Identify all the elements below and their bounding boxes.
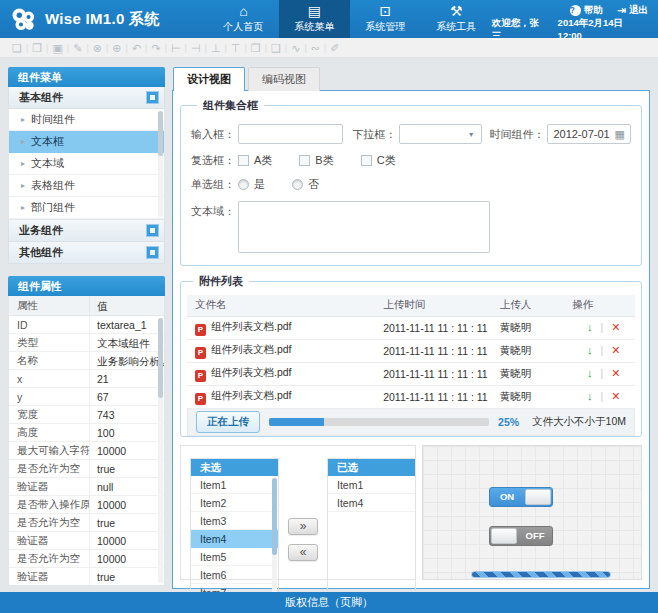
- edit-icon[interactable]: ✎: [69, 39, 86, 57]
- textarea-field[interactable]: [238, 201, 490, 253]
- export-doc-icon[interactable]: ❐: [247, 39, 265, 57]
- undo-icon[interactable]: ↶: [128, 39, 145, 57]
- list-item[interactable]: Item1: [191, 476, 278, 494]
- list-item[interactable]: Item5: [191, 548, 278, 566]
- date-value: 2012-07-01: [553, 128, 609, 140]
- open-folder-icon[interactable]: ❒: [28, 39, 46, 57]
- align-right-icon[interactable]: ⊣: [187, 39, 205, 57]
- move-right-button[interactable]: »: [288, 518, 318, 535]
- new-file-icon[interactable]: ❏: [8, 39, 26, 57]
- attachment-row: P组件列表文档.pdf2011-11-11 11 : 11 : 11黄晓明↓|✕: [187, 316, 635, 339]
- nav-system-tools[interactable]: ⚒系统工具: [421, 0, 492, 38]
- file-name: 组件列表文档.pdf: [211, 366, 292, 378]
- textarea-label: 文本域：: [191, 204, 235, 219]
- tab-code-view[interactable]: 编码视图: [248, 67, 320, 91]
- pencil-icon[interactable]: ✐: [326, 39, 343, 57]
- publish-globe-icon[interactable]: ⊕: [108, 39, 125, 57]
- uploader: 黄晓明: [492, 339, 573, 362]
- radio-icon: [238, 179, 249, 190]
- expand-icon[interactable]: [146, 246, 159, 259]
- property-row: 高度100: [9, 424, 164, 442]
- move-left-button[interactable]: «: [288, 544, 318, 561]
- component-item[interactable]: ▸文本域: [9, 153, 164, 175]
- uploading-button[interactable]: 正在上传: [196, 411, 260, 433]
- component-item[interactable]: ▸文本框: [9, 131, 164, 153]
- download-icon[interactable]: ↓: [587, 367, 593, 379]
- view-tabs: 设计视图编码视图: [172, 67, 650, 91]
- delete-icon[interactable]: ✕: [611, 321, 620, 333]
- redo-icon[interactable]: ↷: [147, 39, 164, 57]
- align-left-icon[interactable]: ⊢: [167, 39, 185, 57]
- property-row: 验证器null: [9, 478, 164, 496]
- tab-design-view[interactable]: 设计视图: [173, 67, 245, 91]
- save-icon[interactable]: ▣: [48, 39, 66, 57]
- accordion-header-1[interactable]: 业务组件: [8, 220, 165, 242]
- checkbox-icon: [238, 155, 249, 166]
- component-item[interactable]: ▸部门组件: [9, 197, 164, 219]
- collapse-icon[interactable]: [146, 91, 159, 104]
- property-name: 是否允许为空: [9, 516, 89, 530]
- date-picker[interactable]: 2012-07-01 ▦: [547, 124, 631, 144]
- delete-trash-icon[interactable]: ⊗: [89, 39, 106, 57]
- pdf-icon: P: [195, 347, 206, 359]
- nav-system-menu[interactable]: ▤系统菜单: [279, 0, 350, 38]
- delete-icon[interactable]: ✕: [611, 367, 620, 379]
- list-item[interactable]: Item4: [328, 494, 415, 512]
- accordion-header-0[interactable]: 基本组件: [8, 87, 165, 109]
- property-row: 是否允许为空10000: [9, 550, 164, 568]
- expand-icon[interactable]: [146, 224, 159, 237]
- upload-time: 2011-11-11 11 : 11 : 11: [375, 339, 491, 362]
- toggle-off-switch[interactable]: OFF: [489, 526, 553, 546]
- property-row: 宽度743: [9, 406, 164, 424]
- app-logo-icon: [10, 6, 37, 33]
- component-item[interactable]: ▸表格组件: [9, 175, 164, 197]
- input-label: 输入框：: [191, 127, 235, 142]
- component-item[interactable]: ▸时间组件: [9, 109, 164, 131]
- nav-home[interactable]: ⌂个人首页: [208, 0, 279, 38]
- import-doc-icon[interactable]: ❑: [267, 39, 285, 57]
- attachment-row: P组件列表文档.pdf2011-11-11 11 : 11 : 11黄晓明↓|✕: [187, 385, 635, 408]
- checkbox-C类[interactable]: C类: [361, 153, 396, 168]
- property-value: 文本域组件: [89, 334, 164, 351]
- bezier-line-icon[interactable]: ∾: [307, 39, 324, 57]
- list-item[interactable]: Item1: [328, 476, 415, 494]
- list-item[interactable]: Item3: [191, 512, 278, 530]
- text-input[interactable]: [238, 124, 343, 144]
- help-link[interactable]: ? 帮助: [570, 4, 603, 17]
- toggle-on-switch[interactable]: ON: [489, 487, 553, 507]
- scrollbar[interactable]: [158, 318, 163, 583]
- property-value: 743: [89, 406, 164, 423]
- radio-group-label: 单选组：: [191, 177, 235, 192]
- logout-link[interactable]: ⇥ 退出: [617, 4, 648, 17]
- component-accordions: 基本组件▸时间组件▸文本框▸文本域▸表格组件▸部门组件业务组件其他组件: [8, 87, 165, 264]
- align-bottom-icon[interactable]: ⊥: [207, 39, 225, 57]
- nav-system-manage[interactable]: ⊡系统管理: [350, 0, 421, 38]
- list-item[interactable]: Item6: [191, 566, 278, 584]
- dropdown-select[interactable]: ▼: [399, 124, 482, 144]
- radio-是[interactable]: 是: [238, 177, 265, 192]
- uploader: 黄晓明: [492, 362, 573, 385]
- checkbox-group: A类B类C类: [238, 153, 423, 168]
- property-name: 类型: [9, 336, 89, 350]
- download-icon[interactable]: ↓: [587, 321, 593, 333]
- property-row: IDtextarea_1: [9, 316, 164, 334]
- pdf-icon: P: [195, 393, 206, 405]
- list-item[interactable]: Item2: [191, 494, 278, 512]
- radio-否[interactable]: 否: [292, 177, 319, 192]
- curve-line-icon[interactable]: ∿: [287, 39, 304, 57]
- pdf-icon: P: [195, 324, 206, 336]
- ops-divider: |: [600, 390, 603, 402]
- download-icon[interactable]: ↓: [587, 390, 593, 402]
- checkbox-B类[interactable]: B类: [299, 153, 333, 168]
- scrollbar[interactable]: [158, 111, 163, 217]
- upload-time: 2011-11-11 11 : 11 : 11: [375, 362, 491, 385]
- checkbox-A类[interactable]: A类: [238, 153, 272, 168]
- fieldset-legend: 组件集合框: [197, 98, 264, 113]
- download-icon[interactable]: ↓: [587, 344, 593, 356]
- delete-icon[interactable]: ✕: [611, 390, 620, 402]
- align-top-icon[interactable]: ⊤: [227, 39, 245, 57]
- help-icon: ?: [570, 5, 581, 16]
- accordion-header-2[interactable]: 其他组件: [8, 242, 165, 264]
- list-item[interactable]: Item4: [191, 530, 278, 548]
- delete-icon[interactable]: ✕: [611, 344, 620, 356]
